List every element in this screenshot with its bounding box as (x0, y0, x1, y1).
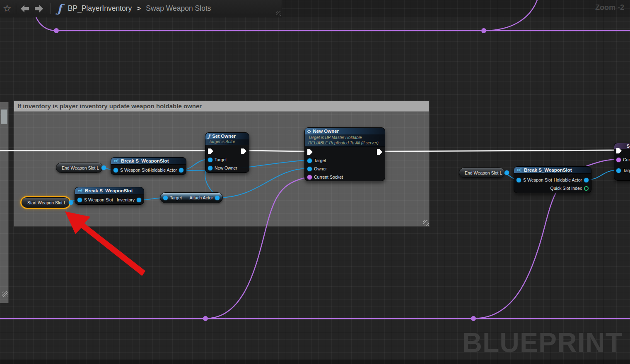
exec-in-pin[interactable] (307, 149, 313, 155)
reroute-node[interactable] (54, 28, 59, 33)
input-pin[interactable] (616, 168, 621, 173)
pin-label: Holdable Actor (149, 168, 177, 172)
pin-row-s-weapon-slot[interactable]: S Weapon Slot (113, 168, 149, 172)
exec-out-pin[interactable] (377, 149, 382, 155)
input-pin[interactable] (517, 178, 521, 182)
pin-row-quick-slot-index[interactable]: Quick Slot Index (550, 186, 589, 191)
node-new-owner[interactable]: ◇ New Owner Target is BP Master Holdable… (304, 127, 385, 181)
input-pin[interactable] (208, 166, 212, 170)
node-break-weaponslot-left-top[interactable]: Break S_WeaponSlot S Weapon Slot Holdabl… (111, 157, 186, 175)
pin-label: S Weapon Slot (120, 168, 149, 172)
divider (50, 3, 51, 14)
pin-row-current[interactable]: Curr (616, 157, 630, 162)
input-pin[interactable] (307, 175, 312, 180)
pin-label: Targ (623, 168, 630, 173)
node-partial-right[interactable]: S Curr Targ (614, 143, 630, 181)
pin-row-holdable-actor[interactable]: Holdable Actor (554, 177, 589, 182)
pin-row-owner[interactable]: Owner (307, 166, 327, 171)
breadcrumb-current[interactable]: Swap Weapon Slots (146, 4, 211, 13)
node-subtitle: Target is Actor (205, 139, 249, 145)
pin-label: Holdable Actor (554, 177, 582, 182)
pin-label: Target (215, 157, 227, 162)
pill-label: End Weapon Slot L (465, 170, 502, 175)
event-diamond-icon: ◇ (307, 129, 311, 134)
reroute-node[interactable] (481, 28, 486, 33)
comment-box-partial-left[interactable] (0, 102, 9, 303)
node-start-weapon-slot[interactable]: Start Weapon Slot L (22, 197, 70, 208)
star-icon: ☆ (3, 4, 12, 13)
output-pin[interactable] (179, 168, 183, 172)
favorite-star-button[interactable]: ☆ (0, 2, 14, 16)
break-struct-icon (517, 168, 522, 172)
output-pin[interactable] (69, 200, 73, 205)
pin-row-s-weapon-slot[interactable]: S Weapon Slot (77, 197, 113, 202)
pin-label: Target (314, 158, 326, 163)
blueprint-watermark: BLUEPRINT (462, 327, 623, 358)
output-pin[interactable] (137, 198, 141, 202)
pin-label: Curr (623, 157, 630, 162)
pin-label: Current Socket (314, 175, 343, 180)
node-title: New Owner (313, 129, 339, 134)
pin-row-holdable-actor[interactable]: Holdable Actor (149, 168, 183, 172)
pill-label: Start Weapon Slot L (27, 200, 66, 205)
output-pin[interactable] (504, 170, 509, 175)
pin-row-target[interactable]: Target (163, 195, 182, 200)
node-end-weapon-slot-left[interactable]: End Weapon Slot L (56, 163, 103, 173)
node-subtitle-line2: RELIABLE Replicated To All (if server) (305, 141, 385, 146)
node-break-weaponslot-left-bottom[interactable]: Break S_WeaponSlot S Weapon Slot Invento… (75, 187, 144, 205)
exec-in-pin[interactable] (616, 148, 622, 153)
back-arrow-icon (20, 5, 29, 13)
break-struct-icon (78, 188, 83, 193)
pin-row-new-owner[interactable]: New Owner (208, 165, 237, 170)
partial-node-left-edge[interactable] (1, 109, 7, 124)
pin-row-attach-actor[interactable]: Attach Actor (189, 195, 220, 200)
input-pin[interactable] (77, 198, 82, 202)
output-pin[interactable] (584, 186, 589, 191)
pin-row-current-socket[interactable]: Current Socket (307, 175, 343, 180)
input-pin[interactable] (163, 196, 168, 200)
node-subtitle-line1: Target is BP Master Holdable (305, 134, 385, 141)
pin-row-s-weapon-slot[interactable]: S Weapon Slot (517, 177, 552, 182)
pin-row-target[interactable]: Target (208, 157, 227, 162)
bar-resize-handle[interactable] (276, 11, 281, 16)
input-pin[interactable] (307, 158, 312, 163)
node-set-owner[interactable]: ƒ Set Owner Target is Actor Target New O… (205, 132, 249, 173)
pin-label: New Owner (215, 165, 237, 170)
input-pin[interactable] (208, 158, 212, 162)
breadcrumb-root[interactable]: BP_PlayerInventory (68, 4, 132, 13)
comment-resize-handle[interactable] (423, 220, 429, 226)
breadcrumb-bar: ☆ ƒ BP_PlayerInventory > Swap Weapon Slo… (0, 0, 282, 17)
back-button[interactable] (18, 2, 32, 16)
blueprint-graph-canvas[interactable]: BLUEPRINT If inventory is player invento… (0, 0, 630, 364)
output-pin[interactable] (215, 196, 220, 200)
pin-label: S Weapon Slot (523, 177, 552, 182)
pin-row-target[interactable]: Target (307, 158, 326, 163)
output-pin[interactable] (584, 178, 589, 182)
bottom-shade-band (0, 359, 630, 364)
pin-label: Quick Slot Index (550, 186, 582, 191)
divider (16, 3, 16, 14)
node-break-weaponslot-right[interactable]: Break S_WeaponSlot S Weapon Slot Holdabl… (514, 166, 591, 193)
node-get-attach-actor[interactable]: Target Attach Actor (160, 192, 223, 203)
pin-label: Attach Actor (189, 195, 213, 200)
input-pin[interactable] (113, 168, 118, 172)
input-pin[interactable] (307, 167, 312, 171)
forward-button[interactable] (32, 2, 46, 16)
node-title: Set Owner (212, 134, 236, 139)
breadcrumb-separator: > (137, 5, 141, 13)
pin-row-inventory[interactable]: Inventory (117, 197, 141, 202)
forward-arrow-icon (34, 5, 43, 13)
reroute-node[interactable] (203, 316, 208, 321)
break-struct-icon (114, 158, 119, 163)
node-title: Break S_WeaponSlot (121, 158, 169, 163)
comment-title[interactable]: If inventory is player inventory update … (14, 101, 429, 112)
comment-resize-handle[interactable] (2, 291, 8, 297)
pill-label: End Weapon Slot L (62, 165, 99, 170)
reroute-node[interactable] (471, 316, 476, 321)
input-pin[interactable] (616, 158, 621, 162)
exec-out-pin[interactable] (241, 148, 246, 154)
exec-in-pin[interactable] (208, 148, 213, 154)
node-title: Break S_WeaponSlot (85, 188, 133, 193)
pin-row-target[interactable]: Targ (616, 168, 630, 173)
node-end-weapon-slot-right[interactable]: End Weapon Slot L (459, 168, 504, 178)
